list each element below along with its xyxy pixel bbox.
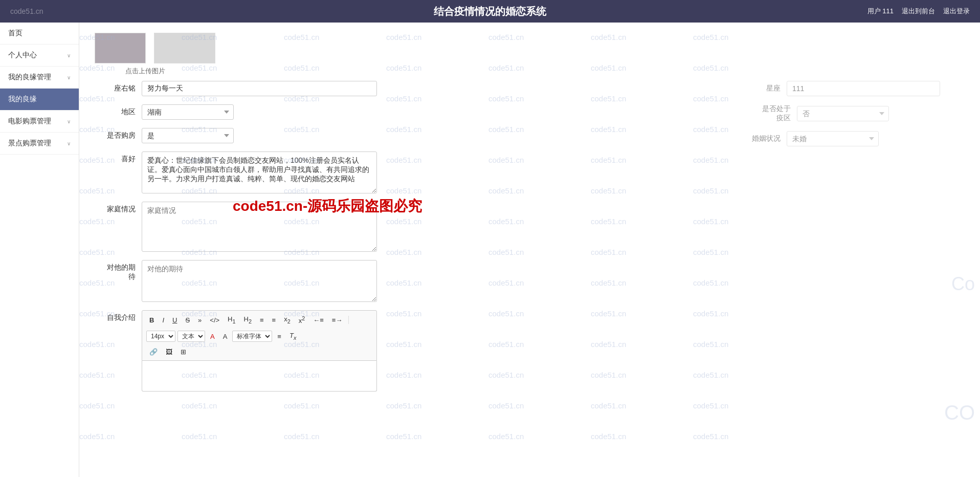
form-row-hobby: 喜好 爱真心：世纪佳缘旗下会员制婚恋交友网站，100%注册会员实名认证。爱真心面… — [95, 151, 719, 193]
chevron-down-icon: ∨ — [67, 119, 71, 124]
form-row-constellation: 星座 — [740, 81, 965, 96]
hobby-label: 喜好 — [95, 151, 136, 164]
watermark: code51.cn — [284, 432, 319, 441]
header-right: 用户 111 退出到前台 退出登录 — [867, 7, 970, 16]
ghost-co-bottom: CO — [944, 401, 975, 424]
watermark: code51.cn — [488, 432, 524, 441]
sidebar-item-personal[interactable]: 个人中心 ∨ — [0, 45, 79, 67]
underline-button[interactable]: U — [169, 315, 180, 326]
header-logo: code51.cn — [10, 7, 43, 15]
outdent-button[interactable]: ←≡ — [310, 315, 327, 326]
watermark: code51.cn — [591, 432, 626, 441]
sidebar: 首页 个人中心 ∨ 我的良缘管理 ∨ 我的良缘 电影购票管理 ∨ 景点购票管理 … — [0, 23, 79, 477]
ul-button[interactable]: ≡ — [269, 315, 279, 326]
back-to-frontend-link[interactable]: 退出到前台 — [902, 7, 935, 16]
ghost-co-top: Co — [951, 273, 975, 295]
form-row-motto: 座右铭 — [95, 81, 719, 96]
form-row-house: 是否购房 是 否 — [95, 128, 719, 143]
motto-input[interactable] — [142, 81, 377, 96]
watermark: code51.cn — [386, 401, 421, 410]
main-content: code51.cn code51.cn code51.cn code51.cn … — [79, 23, 980, 477]
sidebar-scenic-label: 景点购票管理 — [8, 139, 51, 148]
hobby-textarea[interactable]: 爱真心：世纪佳缘旗下会员制婚恋交友网站，100%注册会员实名认证。爱真心面向中国… — [142, 151, 377, 193]
sidebar-personal-label: 个人中心 — [8, 51, 37, 60]
form-left-column: 座右铭 地区 湖南 北京 上海 广东 — [95, 81, 719, 400]
indent-button[interactable]: ≡→ — [329, 315, 346, 326]
code-button[interactable]: </> — [207, 315, 222, 326]
expectation-textarea[interactable] — [142, 260, 377, 302]
sidebar-item-liangyuan-manage[interactable]: 我的良缘管理 ∨ — [0, 67, 79, 89]
watermark: code51.cn — [386, 432, 421, 441]
region-label: 地区 — [95, 107, 136, 117]
constellation-label: 星座 — [740, 84, 781, 93]
watermark: code51.cn — [693, 401, 728, 410]
chevron-down-icon: ∨ — [67, 53, 71, 58]
link-button[interactable]: 🔗 — [146, 346, 161, 357]
photo-upload-area: 点击上传图片 — [95, 33, 965, 76]
form-group-house: 是否购房 是 否 — [95, 128, 719, 143]
watermark: code51.cn — [182, 432, 217, 441]
align-center-button[interactable]: ≡ — [274, 331, 284, 342]
sidebar-item-movie[interactable]: 电影购票管理 ∨ — [0, 111, 79, 133]
sidebar-home-label: 首页 — [8, 29, 23, 38]
h1-button[interactable]: H1 — [225, 314, 238, 326]
sidebar-item-scenic[interactable]: 景点购票管理 ∨ — [0, 133, 79, 155]
form-row-marriage: 婚姻状况 未婚 已婚 离异 — [740, 131, 965, 146]
family-label: 家庭情况 — [95, 202, 136, 214]
layout: 首页 个人中心 ∨ 我的良缘管理 ∨ 我的良缘 电影购票管理 ∨ 景点购票管理 … — [0, 23, 980, 477]
photo-placeholder — [154, 33, 215, 63]
epidemic-label: 是否处于疫区 — [740, 104, 791, 123]
italic-button[interactable]: I — [159, 315, 167, 326]
subscript-button[interactable]: x2 — [281, 314, 294, 326]
epidemic-select[interactable]: 否 是 — [797, 106, 889, 121]
clear-format-button[interactable]: Tx — [286, 330, 299, 342]
table-button[interactable]: ⊞ — [177, 346, 189, 357]
sidebar-item-my-liangyuan[interactable]: 我的良缘 — [0, 89, 79, 111]
editor-body[interactable] — [142, 361, 377, 392]
editor-toolbar: B I U S » </> H1 H2 ≡ ≡ x2 x2 ←≡ — [142, 310, 377, 361]
quote-button[interactable]: » — [195, 315, 205, 326]
chevron-down-icon: ∨ — [67, 141, 71, 146]
font-color-bg-button[interactable]: A — [220, 331, 231, 342]
image-button[interactable]: 🖼 — [163, 346, 175, 357]
toolbar-row2: 14px 12px 16px 18px 文本 A A — [146, 330, 372, 342]
watermark: code51.cn — [693, 432, 728, 441]
form-row-region: 地区 湖南 北京 上海 广东 — [95, 104, 719, 120]
watermark: code51.cn — [79, 401, 115, 410]
font-size-select[interactable]: 14px 12px 16px 18px — [146, 331, 175, 342]
h2-button[interactable]: H2 — [241, 314, 255, 326]
house-label: 是否购房 — [95, 131, 136, 140]
bold-button[interactable]: B — [146, 315, 157, 326]
watermark: code51.cn — [182, 401, 217, 410]
font-type-select[interactable]: 文本 — [177, 331, 205, 342]
form-row-expectation: 对他的期待 — [95, 260, 719, 302]
toolbar-divider — [348, 316, 349, 324]
house-select[interactable]: 是 否 — [142, 128, 234, 143]
ol-button[interactable]: ≡ — [257, 315, 267, 326]
sidebar-item-home[interactable]: 首页 — [0, 23, 79, 45]
form-group-region: 地区 湖南 北京 上海 广东 — [95, 104, 719, 120]
logout-link[interactable]: 退出登录 — [943, 7, 970, 16]
marriage-select[interactable]: 未婚 已婚 离异 — [787, 131, 879, 146]
photo-thumbnail — [95, 33, 146, 63]
motto-label: 座右铭 — [95, 84, 136, 93]
strikethrough-button[interactable]: S — [182, 315, 193, 326]
form-columns: 座右铭 地区 湖南 北京 上海 广东 — [95, 81, 965, 400]
font-color-button[interactable]: A — [207, 331, 218, 342]
watermark: code51.cn — [79, 432, 115, 441]
font-style-select[interactable]: 标准字体 — [232, 331, 272, 342]
family-textarea[interactable] — [142, 202, 377, 252]
editor-container: B I U S » </> H1 H2 ≡ ≡ x2 x2 ←≡ — [142, 310, 377, 392]
sidebar-liangyuan-manage-label: 我的良缘管理 — [8, 73, 51, 82]
superscript-button[interactable]: x2 — [296, 314, 308, 326]
header-user: 用户 111 — [867, 7, 894, 16]
marriage-label: 婚姻状况 — [740, 134, 781, 143]
photo-upload-label[interactable]: 点击上传图片 — [125, 67, 165, 76]
watermark: code51.cn — [488, 401, 524, 410]
region-select[interactable]: 湖南 北京 上海 广东 — [142, 104, 234, 120]
toolbar-row3: 🔗 🖼 ⊞ — [146, 346, 372, 357]
form-row-family: 家庭情况 — [95, 202, 719, 252]
header: code51.cn 结合疫情情况的婚恋系统 用户 111 退出到前台 退出登录 — [0, 0, 980, 23]
form-group-motto: 座右铭 — [95, 81, 719, 96]
constellation-input[interactable] — [787, 81, 940, 96]
